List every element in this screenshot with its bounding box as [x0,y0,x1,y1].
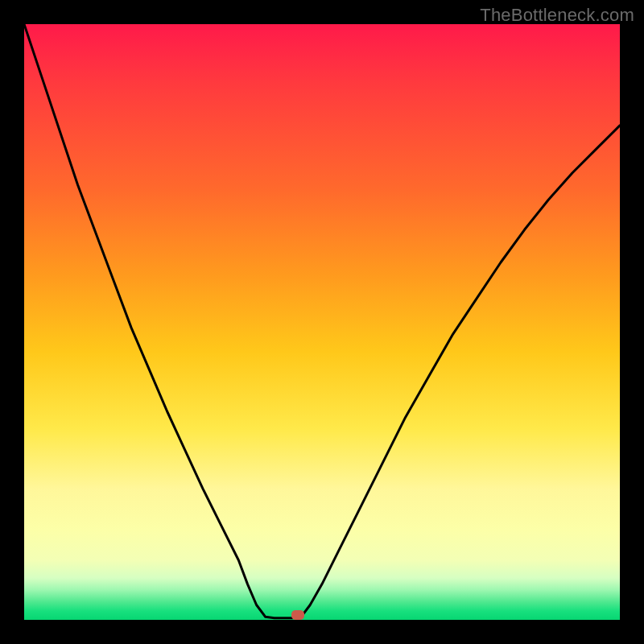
bottleneck-curve [24,24,620,618]
plot-area [24,24,620,620]
curve-layer [24,24,620,620]
current-point-marker [291,610,304,620]
watermark-text: TheBottleneck.com [480,5,634,26]
chart-frame: TheBottleneck.com [0,0,644,644]
